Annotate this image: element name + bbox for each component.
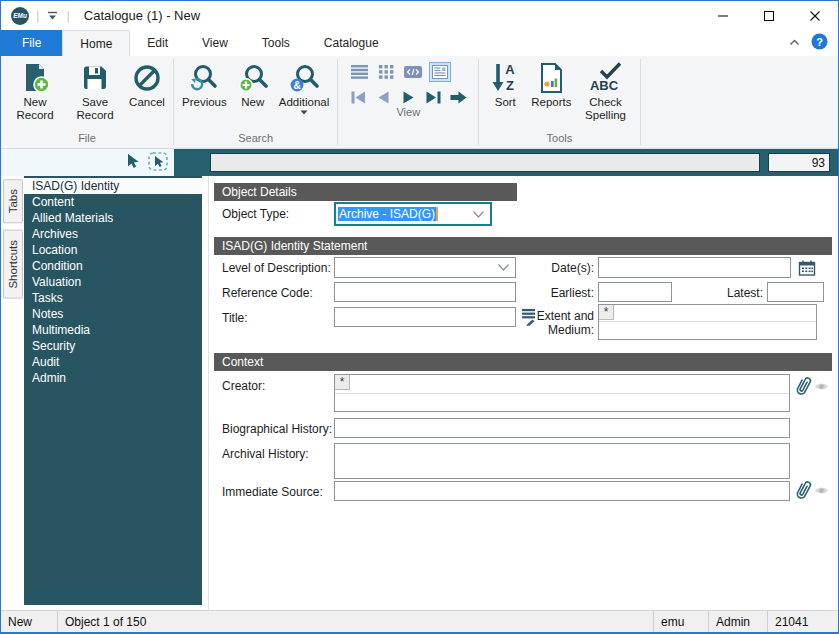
grid-row-divider (335, 393, 789, 394)
emu-logo-icon: EMu (11, 7, 29, 25)
level-of-description-label: Level of Description: (222, 261, 331, 275)
sidebar-item-notes[interactable]: Notes (24, 306, 202, 322)
extent-medium-grid[interactable]: * (598, 304, 817, 340)
ribbon: New Record Save Record (1, 56, 838, 149)
new-search-button[interactable]: New (231, 58, 275, 109)
creator-view-button[interactable] (813, 380, 829, 392)
tab-home[interactable]: Home (62, 30, 130, 56)
sidebar-item-archives[interactable]: Archives (24, 226, 202, 242)
list-view-icon (351, 65, 368, 79)
archival-history-textarea[interactable] (334, 443, 790, 479)
group-caption-view: View (342, 105, 474, 122)
creator-grid[interactable]: * (334, 374, 790, 412)
level-of-description-combobox[interactable] (334, 257, 516, 278)
previous-search-button[interactable]: Previous (178, 58, 231, 109)
sidebar-item-tasks[interactable]: Tasks (24, 290, 202, 306)
cancel-button[interactable]: Cancel (125, 58, 169, 109)
check-spelling-button[interactable]: ABC Check Spelling (576, 58, 636, 122)
ribbon-group-file: New Record Save Record (1, 56, 173, 148)
text-caret (436, 207, 438, 221)
latest-input[interactable] (767, 282, 824, 302)
sidebar-item-location[interactable]: Location (24, 242, 202, 258)
tab-edit[interactable]: Edit (130, 30, 185, 56)
tab-view[interactable]: View (185, 30, 245, 56)
additional-search-button[interactable]: & Additional (275, 58, 334, 115)
previous-record-button[interactable] (373, 89, 393, 105)
side-rail: Tabs Shortcuts (1, 176, 24, 610)
tab-file[interactable]: File (1, 30, 62, 56)
sidebar-item-content[interactable]: Content (24, 194, 202, 210)
check-spelling-label: Check Spelling (580, 96, 632, 122)
reports-icon (536, 62, 566, 94)
dates-input[interactable] (598, 257, 791, 278)
goto-record-button[interactable] (448, 89, 468, 105)
code-view-button[interactable] (402, 62, 424, 82)
previous-search-label: Previous (182, 96, 227, 109)
help-button[interactable]: ? (811, 33, 828, 53)
earliest-label: Earliest: (514, 286, 594, 300)
goto-record-icon (450, 91, 467, 104)
biographical-history-input[interactable] (334, 418, 790, 438)
details-view-icon (432, 65, 448, 79)
first-record-button[interactable] (348, 89, 368, 105)
maximize-button[interactable] (746, 1, 792, 30)
sidebar-item-allied-materials[interactable]: Allied Materials (24, 210, 202, 226)
sidebar-item-security[interactable]: Security (24, 338, 202, 354)
last-record-button[interactable] (423, 89, 443, 105)
select-record-button[interactable] (148, 152, 168, 174)
cancel-label: Cancel (129, 96, 165, 109)
sidebar-item-audit[interactable]: Audit (24, 354, 202, 370)
save-record-label: Save Record (69, 96, 121, 122)
object-type-label: Object Type: (222, 207, 289, 221)
title-label: Title: (222, 311, 248, 325)
new-record-button[interactable]: New Record (5, 58, 65, 122)
creator-attach-button[interactable] (794, 375, 812, 397)
previous-search-icon (189, 63, 219, 93)
list-view-button[interactable] (348, 62, 370, 82)
grid-row-divider (599, 321, 816, 322)
sort-button[interactable]: A Z Sort (483, 58, 527, 109)
group-caption-file: File (5, 131, 169, 148)
next-record-button[interactable] (398, 89, 418, 105)
close-button[interactable] (792, 1, 838, 30)
select-pointer-button[interactable] (125, 153, 140, 172)
cancel-icon (132, 63, 162, 93)
new-record-icon (19, 62, 51, 94)
minimize-button[interactable] (700, 1, 746, 30)
object-type-combobox[interactable]: Archive - ISAD(G) (334, 202, 492, 226)
collapse-ribbon-button[interactable] (788, 36, 801, 50)
help-icon: ? (811, 33, 828, 50)
earliest-input[interactable] (598, 282, 672, 302)
quick-access-customize-button[interactable] (46, 10, 59, 21)
title-input[interactable] (334, 307, 516, 327)
sort-icon: A Z (491, 62, 519, 94)
save-record-button[interactable]: Save Record (65, 58, 125, 122)
sidebar-item-valuation[interactable]: Valuation (24, 274, 202, 290)
date-picker-button[interactable] (797, 257, 817, 278)
summary-field[interactable] (210, 153, 760, 172)
sidebar-item-isadg-identity[interactable]: ISAD(G) Identity (24, 178, 202, 194)
status-code: 21041 (768, 611, 837, 632)
rail-tab-tabs[interactable]: Tabs (3, 179, 23, 223)
selector-tools (1, 149, 174, 176)
sidebar-item-admin[interactable]: Admin (24, 370, 202, 386)
new-search-icon (238, 63, 268, 93)
tab-catalogue[interactable]: Catalogue (307, 30, 396, 56)
reference-code-input[interactable] (334, 282, 516, 302)
combo-chevron-icon[interactable] (473, 211, 490, 218)
check-spelling-icon: ABC (589, 62, 623, 94)
details-view-button[interactable] (429, 62, 451, 82)
immediate-source-attach-button[interactable] (794, 479, 812, 501)
immediate-source-view-button[interactable] (813, 484, 829, 496)
tab-tools[interactable]: Tools (245, 30, 307, 56)
reports-button[interactable]: Reports (527, 58, 575, 109)
rail-tab-shortcuts[interactable]: Shortcuts (3, 230, 23, 299)
grid-view-button[interactable] (375, 62, 397, 82)
immediate-source-input[interactable] (334, 481, 790, 501)
close-icon (809, 10, 821, 22)
archival-history-label: Archival History: (222, 447, 309, 461)
sidebar-item-condition[interactable]: Condition (24, 258, 202, 274)
sidebar-item-multimedia[interactable]: Multimedia (24, 322, 202, 338)
dropdown-caret-icon (300, 110, 308, 115)
ribbon-group-view: View (338, 56, 478, 148)
